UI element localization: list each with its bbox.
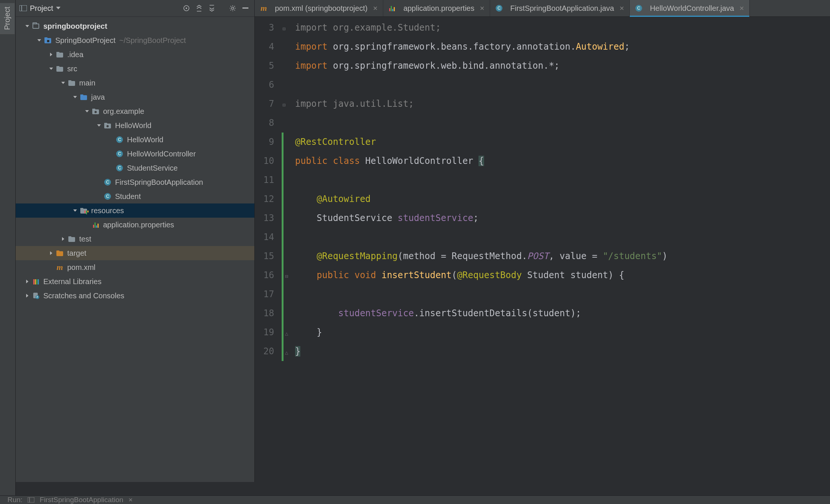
code-line[interactable]: public class HelloWorldController { xyxy=(295,152,830,171)
project-tree[interactable]: springbootprojectSpringBootProject~/Spri… xyxy=(16,17,254,482)
tree-item-src[interactable]: src xyxy=(16,62,254,76)
tree-item-firstspringbootapplication[interactable]: CFirstSpringBootApplication xyxy=(16,175,254,189)
maven-icon: m xyxy=(56,264,64,271)
settings-icon[interactable] xyxy=(227,3,238,13)
close-tab-icon[interactable]: ✕ xyxy=(619,5,624,12)
code-line[interactable]: } xyxy=(295,323,830,342)
editor-area: mpom.xml (springbootproject)✕application… xyxy=(255,0,830,482)
tree-item-student[interactable]: CStudent xyxy=(16,189,254,203)
line-number: 18 xyxy=(255,304,274,323)
fold-marker-icon[interactable]: ⊟ xyxy=(281,102,285,108)
chevron-down-icon[interactable] xyxy=(23,22,31,30)
change-marker xyxy=(282,247,291,266)
tree-item-pom-xml[interactable]: mpom.xml xyxy=(16,260,254,274)
code-line[interactable]: studentService.insertStudentDetails(stud… xyxy=(295,304,830,323)
chevron-down-icon[interactable] xyxy=(83,107,91,115)
tree-item-target[interactable]: target xyxy=(16,246,254,260)
code-line[interactable] xyxy=(295,75,830,94)
code-line[interactable] xyxy=(295,285,830,304)
run-config-name[interactable]: FirstSpringBootApplication xyxy=(40,496,123,504)
hide-icon[interactable] xyxy=(240,3,251,13)
expand-all-icon[interactable] xyxy=(194,3,204,13)
code-line[interactable]: import org.example.Student; xyxy=(295,18,830,37)
line-number: 9 xyxy=(255,133,274,152)
code-line[interactable]: import org.springframework.web.bind.anno… xyxy=(295,56,830,75)
line-number-gutter: 34567891011121314151617181920 xyxy=(255,17,281,482)
libs-icon xyxy=(32,278,40,285)
tree-item-label: application.properties xyxy=(103,221,174,229)
tree-item-resources[interactable]: resources xyxy=(16,203,254,218)
tree-item-helloworldcontroller[interactable]: CHelloWorldController xyxy=(16,147,254,161)
fold-marker-icon[interactable]: ⊟ xyxy=(281,26,285,32)
chevron-down-icon[interactable] xyxy=(71,206,79,215)
code-line[interactable]: @RequestMapping(method = RequestMethod.P… xyxy=(295,247,830,266)
tree-item--idea[interactable]: .idea xyxy=(16,47,254,62)
code-line[interactable]: public void insertStudent(@RequestBody S… xyxy=(295,266,830,285)
tree-item-studentservice[interactable]: CStudentService xyxy=(16,161,254,175)
code-line[interactable]: @Autowired xyxy=(295,190,830,209)
svg-rect-10 xyxy=(56,52,59,53)
project-tool-tab[interactable]: Project xyxy=(0,3,15,34)
fold-marker-icon[interactable]: △ xyxy=(284,330,288,336)
code-line[interactable] xyxy=(295,228,830,247)
editor-tabs: mpom.xml (springbootproject)✕application… xyxy=(255,0,830,17)
code-line[interactable]: StudentService studentService; xyxy=(295,209,830,228)
tree-item-springbootproject[interactable]: springbootproject xyxy=(16,19,254,33)
chevron-right-icon[interactable] xyxy=(23,277,31,286)
line-number: 12 xyxy=(255,190,274,209)
code-line[interactable]: import java.util.List; xyxy=(295,94,830,113)
dropdown-arrow-icon[interactable] xyxy=(56,7,61,10)
editor-tab[interactable]: CFirstSpringBootApplication.java✕ xyxy=(490,0,630,16)
tree-item-helloworld[interactable]: CHelloWorld xyxy=(16,133,254,147)
editor-tab[interactable]: application.properties✕ xyxy=(383,0,490,16)
chevron-right-icon[interactable] xyxy=(59,235,67,243)
editor-tab[interactable]: mpom.xml (springbootproject)✕ xyxy=(255,0,383,16)
chevron-down-icon[interactable] xyxy=(95,121,103,130)
chevron-down-icon[interactable] xyxy=(35,36,43,44)
code-line[interactable]: import org.springframework.beans.factory… xyxy=(295,37,830,56)
chevron-down-icon[interactable] xyxy=(47,65,55,73)
code-line[interactable] xyxy=(295,171,830,190)
close-tab-icon[interactable]: ✕ xyxy=(480,5,484,12)
tree-item-springbootproject[interactable]: SpringBootProject~/SpringBootProject xyxy=(16,33,254,47)
chevron-right-icon[interactable] xyxy=(47,249,55,257)
svg-point-4 xyxy=(232,7,234,9)
tree-item-main[interactable]: main xyxy=(16,76,254,90)
close-tab-icon[interactable]: ✕ xyxy=(373,5,378,12)
props-icon xyxy=(388,4,396,12)
change-marker: ⊟ xyxy=(281,94,291,113)
fold-marker-icon[interactable]: △ xyxy=(284,349,288,355)
svg-rect-31 xyxy=(28,497,34,503)
chevron-right-icon[interactable] xyxy=(23,292,31,300)
collapse-all-icon[interactable] xyxy=(207,3,217,13)
class-icon: C xyxy=(104,193,111,200)
svg-point-3 xyxy=(186,7,187,9)
code-line[interactable]: } xyxy=(295,342,830,361)
tree-item-org-example[interactable]: org.example xyxy=(16,104,254,118)
folder-icon xyxy=(68,235,75,243)
tree-item-helloworld[interactable]: HelloWorld xyxy=(16,118,254,133)
fold-marker-icon[interactable]: ⊟ xyxy=(284,273,288,279)
code-line[interactable]: @RestController xyxy=(295,133,830,152)
tree-item-label: main xyxy=(79,79,95,87)
tree-item-external-libraries[interactable]: External Libraries xyxy=(16,274,254,289)
select-opened-file-icon[interactable] xyxy=(181,3,192,13)
run-close-icon[interactable]: × xyxy=(128,496,133,504)
line-number: 3 xyxy=(255,18,274,37)
tree-item-test[interactable]: test xyxy=(16,232,254,246)
tree-item-scratches-and-consoles[interactable]: Scratches and Consoles xyxy=(16,289,254,303)
code-line[interactable] xyxy=(295,113,830,133)
chevron-down-icon[interactable] xyxy=(71,93,79,101)
code-editor[interactable]: 34567891011121314151617181920 ⊟⊟⊟△△ impo… xyxy=(255,17,830,482)
tree-item-label: src xyxy=(67,65,77,73)
editor-tab[interactable]: CHelloWorldController.java✕ xyxy=(630,0,750,16)
change-marker xyxy=(282,285,291,304)
svg-rect-7 xyxy=(44,37,47,39)
tree-item-java[interactable]: java xyxy=(16,90,254,104)
chevron-right-icon[interactable] xyxy=(47,50,55,59)
tree-item-application-properties[interactable]: application.properties xyxy=(16,218,254,232)
close-tab-icon[interactable]: ✕ xyxy=(739,5,744,12)
code-content[interactable]: import org.example.Student;import org.sp… xyxy=(291,17,830,482)
chevron-down-icon[interactable] xyxy=(59,79,67,87)
folder-icon xyxy=(68,79,75,87)
